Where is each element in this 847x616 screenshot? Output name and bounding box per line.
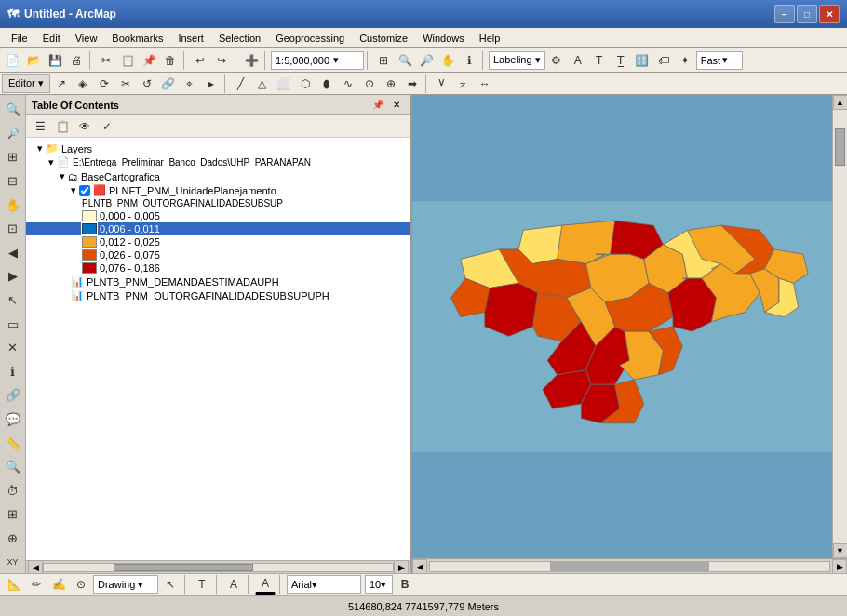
- topology[interactable]: ⌖: [180, 74, 200, 94]
- toc-outorga-sublayer[interactable]: PLNTB_PNM_OUTORGAFINALIDADESUBSUP: [26, 197, 410, 209]
- font-format[interactable]: A: [223, 574, 244, 595]
- map-area[interactable]: [412, 95, 832, 558]
- fast-dropdown[interactable]: Fast ▾: [696, 51, 743, 70]
- edit-sketch9[interactable]: ➡: [402, 74, 423, 94]
- plnft-checkbox[interactable]: [79, 185, 90, 196]
- redo-button[interactable]: ↪: [211, 50, 232, 71]
- select-tool[interactable]: ↖: [2, 289, 24, 312]
- identify-tool[interactable]: ℹ: [2, 361, 24, 383]
- print-button[interactable]: 🖨: [66, 50, 87, 71]
- xy-tool[interactable]: XY: [2, 551, 24, 573]
- toc-list-by-drawing[interactable]: ☰: [30, 116, 50, 137]
- legend-item-2[interactable]: 0,012 - 0,025: [26, 235, 410, 248]
- time-slider[interactable]: ⏱: [2, 480, 24, 502]
- toc-datasource[interactable]: ▾ 📄 E:\Entrega_Preliminar_Banco_Dados\UH…: [26, 155, 410, 169]
- toc-scroll-right[interactable]: ▶: [394, 560, 409, 574]
- menu-edit[interactable]: Edit: [35, 31, 68, 46]
- cut-button[interactable]: ✂: [96, 50, 116, 71]
- draw-btn3[interactable]: ✍: [48, 574, 69, 595]
- scale-dropdown[interactable]: 1:5,000,000 ▾: [271, 51, 364, 70]
- fixed-zoom-out[interactable]: ⊟: [2, 170, 24, 193]
- labeling-dropdown[interactable]: Labeling ▾: [489, 51, 545, 70]
- zoom-in-tool[interactable]: 🔍: [2, 99, 24, 121]
- map-hscroll-left[interactable]: ◀: [412, 559, 427, 574]
- label-btn3[interactable]: T: [589, 50, 610, 71]
- toc-demanda-layer[interactable]: 📊 PLNTB_PNM_DEMANDAESTIMADAUPH: [26, 275, 410, 288]
- label-btn5[interactable]: 🔠: [632, 50, 652, 71]
- menu-file[interactable]: File: [4, 31, 35, 46]
- toc-dock-button[interactable]: 📌: [370, 97, 386, 114]
- toc-plnft-layer[interactable]: ▾ 🟥 PLNFT_PNM_UnidadePlanejamento: [26, 183, 410, 197]
- zoom-full-button[interactable]: ⊞: [373, 50, 394, 71]
- draw-btn1[interactable]: 📐: [4, 574, 24, 595]
- edit-sketch2[interactable]: △: [252, 74, 273, 94]
- bold-button[interactable]: B: [395, 574, 415, 595]
- open-button[interactable]: 📂: [23, 50, 44, 71]
- add-data-button[interactable]: ➕: [241, 50, 262, 71]
- new-button[interactable]: 📄: [2, 50, 22, 71]
- draw-btn2[interactable]: ✏: [26, 574, 47, 595]
- toc-layers-root[interactable]: ▾ 📁 Layers: [26, 141, 410, 155]
- menu-selection[interactable]: Selection: [211, 31, 268, 46]
- label-btn4[interactable]: T̲: [611, 50, 631, 71]
- close-button[interactable]: ✕: [819, 5, 840, 23]
- go-forward-tool[interactable]: ▶: [2, 265, 24, 288]
- draw-pointer[interactable]: ↖: [160, 574, 181, 595]
- copy-button[interactable]: 📋: [117, 50, 138, 71]
- toc-basecartografica[interactable]: ▾ 🗂 BaseCartografica: [26, 169, 410, 183]
- length[interactable]: ↔: [475, 74, 495, 94]
- full-extent-tool[interactable]: ⊡: [2, 218, 24, 240]
- map-hscroll-right[interactable]: ▶: [832, 559, 847, 574]
- pan-tool[interactable]: ✋: [2, 194, 24, 216]
- map-vscroll[interactable]: ▲ ▼: [832, 95, 847, 558]
- hyperlink-tool[interactable]: 🔗: [2, 384, 24, 407]
- maximize-button[interactable]: □: [797, 5, 817, 23]
- select-by-rect[interactable]: ▭: [2, 313, 24, 335]
- map-scroll-up[interactable]: ▲: [833, 95, 848, 110]
- label-btn6[interactable]: 🏷: [653, 50, 674, 71]
- toc-hscroll[interactable]: ◀ ▶: [26, 560, 410, 573]
- font-color[interactable]: A: [255, 574, 276, 595]
- toc-outorga2-layer[interactable]: 📊 PLNTB_PNM_OUTORGAFINALIDADESUBSUPUPH: [26, 288, 410, 302]
- menu-bookmarks[interactable]: Bookmarks: [104, 31, 170, 46]
- html-popup[interactable]: 💬: [2, 408, 24, 431]
- rotate[interactable]: ↺: [137, 74, 157, 94]
- draw-btn4[interactable]: ⊙: [71, 574, 91, 595]
- save-button[interactable]: 💾: [45, 50, 65, 71]
- menu-help[interactable]: Help: [472, 31, 508, 46]
- minimize-button[interactable]: −: [774, 5, 795, 23]
- legend-item-3[interactable]: 0,026 - 0,075: [26, 248, 410, 261]
- direction[interactable]: ⊻: [432, 74, 452, 94]
- legend-item-4[interactable]: 0,076 - 0,186: [26, 261, 410, 275]
- reshape[interactable]: ⟳: [94, 74, 114, 94]
- edit-tool[interactable]: ↗: [51, 74, 72, 94]
- toc-list-by-visibility[interactable]: 👁: [74, 116, 95, 137]
- paste-button[interactable]: 📌: [139, 50, 159, 71]
- measure-tool[interactable]: 📏: [2, 432, 24, 454]
- zoom-in-button[interactable]: 🔍: [395, 50, 415, 71]
- font-size-dropdown[interactable]: 10 ▾: [365, 575, 393, 594]
- font-dropdown[interactable]: Arial ▾: [287, 575, 361, 594]
- menu-view[interactable]: View: [68, 31, 105, 46]
- legend-item-0[interactable]: 0,000 - 0,005: [26, 209, 410, 222]
- edit-sketch8[interactable]: ⊕: [381, 74, 401, 94]
- toc-scroll-left[interactable]: ◀: [28, 560, 43, 574]
- toc-list-by-selection[interactable]: ✓: [97, 116, 117, 137]
- edit-sketch3[interactable]: ⬜: [274, 74, 294, 94]
- map-scroll-thumb-v[interactable]: [835, 128, 845, 166]
- edit-vertices[interactable]: ◈: [73, 74, 93, 94]
- toc-scroll-thumb[interactable]: [114, 564, 253, 571]
- edit-sketch5[interactable]: ⬮: [316, 74, 337, 94]
- edit-sketch6[interactable]: ∿: [338, 74, 358, 94]
- menu-geoprocessing[interactable]: Geoprocessing: [268, 31, 352, 46]
- edit-sketch4[interactable]: ⬡: [295, 74, 316, 94]
- label-btn7[interactable]: ✦: [675, 50, 695, 71]
- find-tool[interactable]: 🔍: [2, 456, 24, 478]
- drawing-dropdown[interactable]: Drawing ▾: [93, 575, 158, 594]
- snap[interactable]: 🔗: [158, 74, 179, 94]
- edit-sketch1[interactable]: ╱: [231, 74, 251, 94]
- menu-insert[interactable]: Insert: [170, 31, 211, 46]
- go-back-tool[interactable]: ◀: [2, 242, 24, 264]
- undo-button[interactable]: ↩: [190, 50, 210, 71]
- edit-sketch7[interactable]: ⊙: [359, 74, 380, 94]
